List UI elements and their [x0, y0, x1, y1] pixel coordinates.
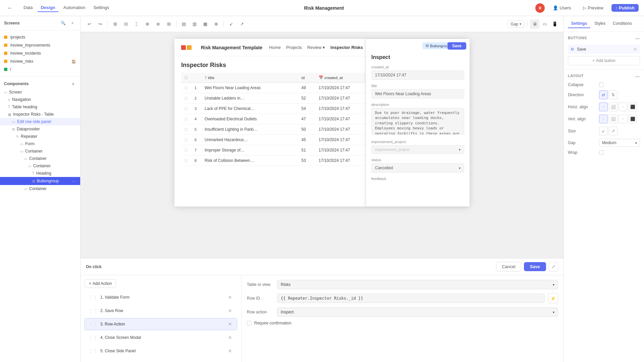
action-close-button[interactable]: ✕	[227, 307, 233, 314]
save-button-preview[interactable]: Save	[447, 42, 466, 50]
expand-button[interactable]: ↗	[237, 19, 247, 29]
justify-left-button[interactable]: ▤	[179, 19, 189, 29]
row-checkbox[interactable]: ☐	[181, 135, 191, 145]
collapse-checkbox[interactable]	[599, 82, 604, 87]
nav-design[interactable]: Design	[37, 4, 58, 12]
tree-item-heading[interactable]: T Heading	[0, 170, 80, 177]
align-center-h-button[interactable]: ⊟	[121, 19, 130, 29]
justify-center-button[interactable]: ▥	[190, 19, 199, 29]
align-left-button[interactable]: ⊞	[110, 19, 120, 29]
align-top-button[interactable]: ⌶	[132, 19, 141, 29]
tree-item-container-3[interactable]: ▭ Container	[0, 162, 80, 170]
nav-data[interactable]: Data	[20, 4, 36, 12]
back-button[interactable]: ←	[5, 3, 15, 13]
lightning-button[interactable]: ⚡	[548, 293, 558, 303]
screen-item-review-improvements[interactable]: /review_improvements	[0, 41, 80, 49]
align-bottom-button[interactable]: ⊛	[153, 19, 163, 29]
table-select[interactable]: Risks ▾	[277, 280, 558, 289]
action-close-button[interactable]: ✕	[227, 321, 233, 327]
save-btn-preview-label[interactable]: Save	[447, 42, 466, 50]
vert-middle-button[interactable]: ⬜	[609, 115, 618, 123]
search-icon[interactable]: 🔍	[59, 19, 67, 27]
app-nav-home[interactable]: Home	[269, 45, 281, 50]
row-checkbox[interactable]: ☐	[181, 156, 191, 166]
size-expand-button[interactable]: ↗	[609, 127, 618, 135]
align-right-button[interactable]: ⬝	[619, 103, 627, 111]
direction-row-button[interactable]: ⇄	[599, 90, 608, 99]
tree-item-screen[interactable]: ▭ Screen	[0, 88, 80, 96]
undo-button[interactable]: ↩	[85, 19, 94, 29]
mobile-device-button[interactable]: 📱	[550, 19, 559, 29]
add-component-button[interactable]: +	[70, 81, 76, 87]
tree-item-inspector-risks-table[interactable]: ▦ Inspector Risks - Table	[0, 111, 80, 118]
align-center-button[interactable]: ⬜	[609, 103, 618, 111]
desktop-device-button[interactable]: 🖥	[530, 19, 539, 29]
screen-item-review-risks[interactable]: /review_risks 🏠	[0, 57, 80, 65]
redo-button[interactable]: ↪	[95, 19, 105, 29]
tree-item-navigation[interactable]: ≡ Navigation	[0, 96, 80, 103]
add-screen-button[interactable]: +	[69, 19, 76, 27]
gap-value-select[interactable]: Medium ▾	[599, 139, 640, 147]
add-button-button[interactable]: + Add button	[568, 56, 640, 65]
gap-dropdown[interactable]: Gap ▾	[507, 20, 524, 28]
tree-item-container-2[interactable]: ▭ Container	[0, 155, 80, 162]
description-textarea[interactable]: Due to poor drainage, water frequently a…	[371, 108, 464, 135]
shrink-button[interactable]: ↙	[226, 19, 236, 29]
action-item[interactable]: ⋮⋮ 2. Save Row ✕	[85, 305, 237, 317]
tablet-device-button[interactable]: ▭	[540, 19, 549, 29]
tree-item-form[interactable]: ▭ Form	[0, 140, 80, 147]
tree-item-edit-row-side-panel[interactable]: ▭ Edit row side panel	[0, 118, 80, 125]
tree-item-table-heading[interactable]: T Table heading	[0, 103, 80, 111]
justify-right-button[interactable]: ▦	[201, 19, 210, 29]
tab-conditions[interactable]: Conditions	[609, 19, 635, 28]
screen-item-review-incidents[interactable]: /review_incidents	[0, 49, 80, 57]
row-checkbox[interactable]: ☐	[181, 114, 191, 124]
preview-button[interactable]: ▷ Preview	[579, 4, 607, 12]
row-checkbox[interactable]: ☐	[181, 93, 191, 104]
row-action-select[interactable]: Inspect ▾	[277, 307, 558, 317]
app-nav-inspector[interactable]: Inspector Risks	[330, 45, 363, 50]
nav-settings[interactable]: Settings	[90, 4, 113, 12]
app-nav-review[interactable]: Review ▾	[307, 45, 325, 50]
cancel-button[interactable]: Cancel	[496, 262, 521, 272]
align-middle-button[interactable]: ⊕	[143, 19, 152, 29]
improvement-project-select[interactable]: improvement_project ▾	[371, 145, 464, 154]
justify-expand-button[interactable]: ⊕	[211, 19, 221, 29]
tree-item-repeater[interactable]: ↻ Repeater	[0, 133, 80, 140]
app-nav-projects[interactable]: Projects	[286, 45, 302, 50]
row-checkbox[interactable]: ☐	[181, 124, 191, 135]
screen-item-projects[interactable]: /projects	[0, 33, 80, 41]
vert-bottom-button[interactable]: ⬝	[619, 115, 627, 123]
vert-top-button[interactable]: ⬝	[599, 115, 608, 123]
direction-col-button[interactable]: ⇅	[609, 90, 618, 99]
action-close-button[interactable]: ✕	[227, 334, 233, 341]
align-stretch-button[interactable]: ⬛	[628, 103, 637, 111]
wrap-checkbox[interactable]	[599, 150, 604, 155]
row-checkbox[interactable]: ☐	[181, 83, 191, 93]
size-shrink-button[interactable]: ↙	[599, 127, 608, 135]
action-item[interactable]: ⋮⋮ 1. Validate Form ✕	[85, 291, 237, 303]
users-button[interactable]: 👤 Users	[549, 4, 575, 12]
tab-settings[interactable]: Settings	[568, 19, 590, 28]
action-close-button[interactable]: ✕	[227, 294, 233, 301]
publish-button[interactable]: ↑ Publish	[611, 4, 639, 12]
nav-automation[interactable]: Automation	[60, 4, 89, 12]
expand-panel-button[interactable]: ⤢	[549, 262, 558, 272]
tab-styles[interactable]: Styles	[591, 19, 609, 28]
more-options-icon[interactable]: ···	[72, 178, 76, 184]
screen-item-root[interactable]: /	[0, 65, 80, 73]
tree-item-container-1[interactable]: ▭ Container	[0, 147, 80, 155]
status-select[interactable]: Cancelled ▾	[371, 163, 464, 173]
row-checkbox[interactable]: ☐	[181, 145, 191, 156]
action-item[interactable]: ⋮⋮ 6. Close Modal ✕	[85, 358, 237, 362]
row-checkbox[interactable]: ☐	[181, 104, 191, 114]
add-action-button[interactable]: + Add Action	[85, 279, 116, 288]
vert-stretch-button[interactable]: ⬛	[628, 115, 637, 123]
tree-item-buttongroup[interactable]: ⊟ Buttongroup ···	[0, 177, 80, 185]
distribute-button[interactable]: ⊞	[164, 19, 173, 29]
action-item[interactable]: ⋮⋮ 5. Close Side Panel ✕	[85, 345, 237, 357]
action-item[interactable]: ⋮⋮ 4. Close Screen Modal ✕	[85, 331, 237, 344]
require-confirmation-checkbox[interactable]	[247, 321, 252, 325]
collapse-icon[interactable]: —	[635, 36, 640, 41]
row-id-input[interactable]: {{ Repeater.Inspector Risks._id }}	[277, 294, 545, 303]
